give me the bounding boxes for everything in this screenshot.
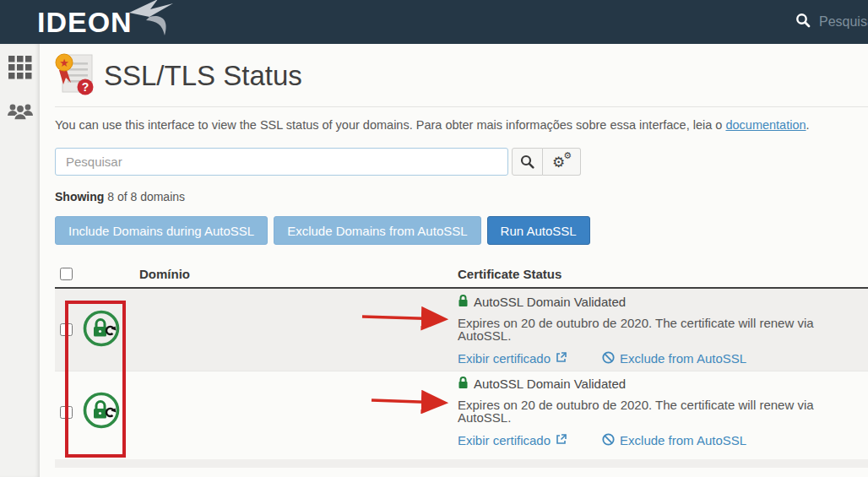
documentation-link[interactable]: documentation bbox=[725, 118, 806, 132]
row-checkbox[interactable] bbox=[60, 406, 73, 419]
page-header: ★ ? SSL/TLS Status bbox=[55, 44, 868, 98]
users-icon[interactable] bbox=[7, 101, 34, 127]
title-divider bbox=[55, 106, 868, 107]
certificate-status-cell: AutoSSL Domain Validated Expires on 20 d… bbox=[458, 377, 868, 447]
description-suffix: . bbox=[806, 118, 810, 132]
status-detail: Expires on 20 de outubro de 2020. The ce… bbox=[458, 398, 868, 424]
run-autossl-button[interactable]: Run AutoSSL bbox=[487, 216, 590, 245]
gears-icon: ⚙⚙ bbox=[552, 154, 571, 171]
include-domains-button[interactable]: Include Domains during AutoSSL bbox=[55, 216, 268, 245]
summary-bold: Showing bbox=[55, 190, 104, 203]
search-submit-button[interactable] bbox=[512, 148, 543, 176]
top-header: IDEON Pesquisa bbox=[0, 0, 868, 44]
certificate-status-cell: AutoSSL Domain Validated Expires on 20 d… bbox=[458, 295, 868, 366]
page-title: SSL/TLS Status bbox=[104, 60, 302, 92]
select-all-checkbox[interactable] bbox=[60, 268, 73, 280]
apps-grid-icon[interactable] bbox=[8, 56, 32, 83]
ban-icon bbox=[602, 351, 615, 366]
status-detail: Expires on 20 de outubro de 2020. The ce… bbox=[458, 317, 868, 342]
lock-refresh-badge-icon bbox=[82, 391, 121, 430]
summary-rest: 8 of 8 domains bbox=[104, 190, 185, 203]
table-row: AutoSSL Domain Validated Expires on 20 d… bbox=[55, 289, 868, 371]
lock-refresh-badge-icon bbox=[82, 309, 121, 348]
view-certificate-label: Exibir certificado bbox=[458, 352, 551, 365]
table-header-row: Domínio Certificate Status bbox=[55, 261, 868, 289]
results-summary: Showing 8 of 8 domains bbox=[55, 190, 868, 203]
logo-text: IDEON bbox=[37, 8, 133, 36]
left-sidebar bbox=[0, 44, 40, 477]
domain-cell bbox=[80, 391, 458, 433]
domain-search-input[interactable] bbox=[55, 148, 508, 176]
status-title: AutoSSL Domain Validated bbox=[474, 295, 626, 308]
view-certificate-label: Exibir certificado bbox=[458, 434, 551, 447]
svg-text:?: ? bbox=[82, 80, 90, 94]
svg-text:★: ★ bbox=[59, 57, 69, 69]
exclude-from-autossl-link[interactable]: Exclude from AutoSSL bbox=[602, 433, 746, 447]
table-row: AutoSSL Domain Validated Expires on 20 d… bbox=[55, 371, 868, 453]
next-row-partial bbox=[55, 459, 868, 468]
view-certificate-link[interactable]: Exibir certificado bbox=[458, 434, 567, 447]
search-button-group: ⚙⚙ bbox=[512, 148, 581, 176]
ideon-logo: IDEON bbox=[37, 4, 183, 40]
ssl-certificate-icon: ★ ? bbox=[55, 53, 94, 99]
main-content: ★ ? SSL/TLS Status You can use this inte… bbox=[40, 44, 868, 477]
header-search[interactable]: Pesquisa bbox=[795, 13, 868, 31]
description-text: You can use this interface to view the S… bbox=[55, 118, 725, 132]
search-icon bbox=[795, 13, 811, 31]
external-link-icon bbox=[556, 434, 567, 447]
domains-table: Domínio Certificate Status bbox=[55, 261, 868, 468]
row-checkbox[interactable] bbox=[60, 323, 73, 336]
external-link-icon bbox=[556, 352, 567, 365]
exclude-domains-button[interactable]: Exclude Domains from AutoSSL bbox=[274, 216, 480, 245]
green-lock-icon bbox=[458, 377, 469, 391]
column-header-status: Certificate Status bbox=[458, 267, 868, 281]
exclude-label: Exclude from AutoSSL bbox=[620, 352, 746, 365]
green-lock-icon bbox=[458, 295, 469, 309]
search-settings-button[interactable]: ⚙⚙ bbox=[543, 148, 581, 176]
status-title: AutoSSL Domain Validated bbox=[474, 377, 626, 390]
exclude-label: Exclude from AutoSSL bbox=[620, 434, 746, 447]
header-search-label: Pesquisa bbox=[819, 14, 868, 30]
domain-cell bbox=[80, 309, 458, 351]
page-description: You can use this interface to view the S… bbox=[55, 118, 868, 132]
exclude-from-autossl-link[interactable]: Exclude from AutoSSL bbox=[602, 351, 746, 366]
logo-swoosh-icon bbox=[127, 0, 183, 40]
domain-search-row: ⚙⚙ bbox=[55, 148, 868, 176]
autossl-actions: Include Domains during AutoSSL Exclude D… bbox=[55, 216, 868, 245]
view-certificate-link[interactable]: Exibir certificado bbox=[458, 352, 567, 365]
column-header-domain: Domínio bbox=[139, 267, 458, 281]
ban-icon bbox=[602, 433, 615, 447]
